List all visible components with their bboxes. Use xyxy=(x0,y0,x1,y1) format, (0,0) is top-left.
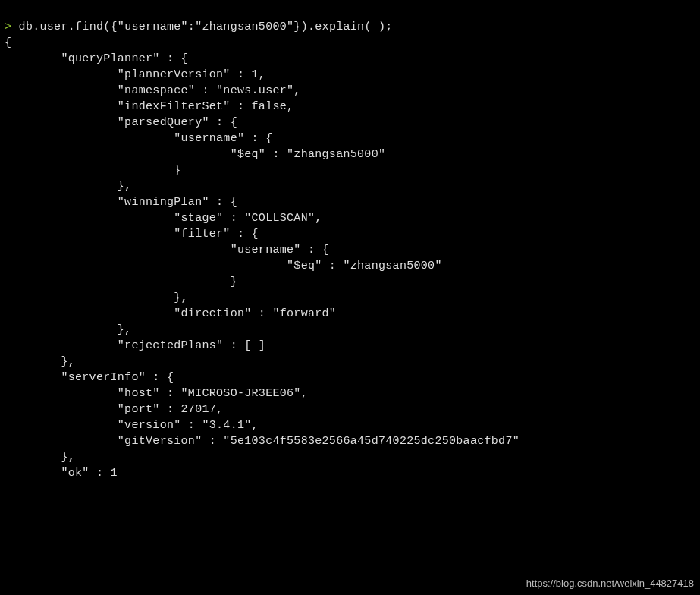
shell-prompt: > xyxy=(5,20,11,33)
command-line: db.user.find({"username":"zhangsan5000"}… xyxy=(11,20,392,33)
watermark-text: https://blog.csdn.net/weixin_44827418 xyxy=(526,577,694,590)
terminal-output: > db.user.find({"username":"zhangsan5000… xyxy=(0,0,700,500)
explain-output-block: { "queryPlanner" : { "plannerVersion" : … xyxy=(5,35,695,481)
